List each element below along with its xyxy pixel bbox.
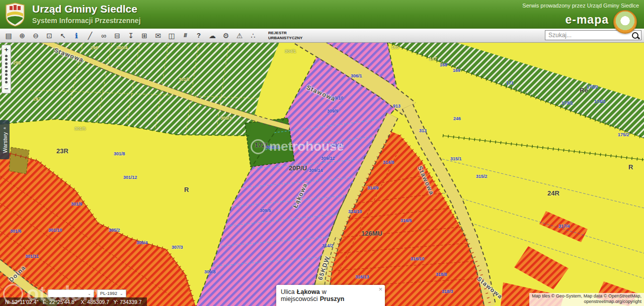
search-icon xyxy=(632,32,638,39)
download-icon: ↧ xyxy=(128,32,134,40)
zoom-level-dot[interactable] xyxy=(5,81,8,83)
chevron-left-icon: « xyxy=(4,126,6,131)
zoom-level-dot[interactable] xyxy=(5,73,8,76)
tool-layers[interactable]: ▤ xyxy=(2,30,15,41)
tooltip-icon: ✉ xyxy=(155,32,161,40)
map-canvas[interactable] xyxy=(0,42,644,306)
tool-forum[interactable]: ◫ xyxy=(165,30,178,41)
zoom-out-icon: ⊖ xyxy=(33,32,39,40)
chevron-down-icon: ⌄ xyxy=(120,291,123,296)
search-input[interactable] xyxy=(545,32,629,39)
tool-pointer[interactable]: ↖ xyxy=(56,30,69,41)
tool-slope[interactable]: /// xyxy=(179,30,192,41)
map-attribution: Map tiles © Geo-System, Map data © OpenS… xyxy=(529,293,644,306)
alerts-icon: ⚠ xyxy=(236,32,243,40)
popup-text: UlicaŁąkowaw miejscowościPruszyn xyxy=(281,288,380,302)
tool-zoom-in[interactable]: ⊕ xyxy=(16,30,29,41)
zoom-in-icon: ⊕ xyxy=(19,32,25,40)
tool-zoom-out[interactable]: ⊖ xyxy=(29,30,42,41)
tool-cloud[interactable]: ☁ xyxy=(206,30,219,41)
tool-info[interactable]: ℹ xyxy=(70,30,83,41)
measure-icon: ╱ xyxy=(88,32,92,40)
zoom-control: + − xyxy=(2,45,11,93)
tool-route[interactable]: ∴ xyxy=(247,30,260,41)
zoom-level-dot[interactable] xyxy=(5,77,8,80)
service-note: Serwis prowadzony przez Urząd Gminy Sied… xyxy=(522,3,639,9)
layers-panel-tab[interactable]: « Warstwy xyxy=(0,120,10,159)
crs-select[interactable]: PL-1992 ⌄ xyxy=(97,289,126,297)
tool-alerts[interactable]: ⚠ xyxy=(233,30,246,41)
layers-icon: ▤ xyxy=(5,32,12,40)
urban-register-button[interactable]: REJESTR URBANISTYCZNY xyxy=(268,31,302,40)
zoom-level-dot[interactable] xyxy=(5,70,8,72)
map-viewport[interactable]: 23R17ZL20P/UR126MU24RReR296300/4304/1295… xyxy=(0,42,644,306)
zoom-level-dot[interactable] xyxy=(5,66,8,68)
attribution-link[interactable]: openstreetmap.org/copyright xyxy=(532,299,641,305)
page-title: Urząd Gminy Siedlce xyxy=(32,3,137,15)
parcel-olive xyxy=(9,147,29,174)
emapa-logo[interactable]: e-mapa xyxy=(565,13,609,27)
toolbar: ▤⊕⊖⊡↖ℹ╱∞⊟↧⊞✉◫///?☁⚙⚠∴ REJESTR URBANISTYC… xyxy=(0,29,644,43)
settings-icon: ⚙ xyxy=(223,32,229,40)
feature-info-popup: × UlicaŁąkowaw miejscowościPruszyn Zbliż… xyxy=(276,285,385,306)
tool-settings[interactable]: ⚙ xyxy=(219,30,232,41)
route-icon: ∴ xyxy=(251,32,256,40)
coordinate-bar: N: 52°11'02.4" E: 22°25'44.8" X: 485309.… xyxy=(0,297,147,306)
pointer-icon: ↖ xyxy=(60,32,66,40)
help-icon: ? xyxy=(197,32,201,39)
cloud-icon: ☁ xyxy=(209,32,216,40)
popup-close-button[interactable]: × xyxy=(378,285,382,293)
chevron-down-icon: ⌄ xyxy=(88,291,91,296)
tool-link[interactable]: ∞ xyxy=(97,30,110,41)
header-bar: Urząd Gminy Siedlce System Informacji Pr… xyxy=(0,0,644,29)
tool-zoom-window[interactable]: ⊡ xyxy=(43,30,56,41)
info-icon: ℹ xyxy=(75,32,77,40)
tool-screenshot[interactable]: ⊞ xyxy=(138,30,151,41)
zoom-level-dot[interactable] xyxy=(5,62,8,65)
tool-tooltip[interactable]: ✉ xyxy=(151,30,165,41)
scale-select[interactable]: ⌄ xyxy=(48,289,94,297)
tool-measure[interactable]: ╱ xyxy=(84,30,97,41)
forum-icon: ◫ xyxy=(168,32,175,40)
zoom-window-icon: ⊡ xyxy=(46,32,52,40)
coat-of-arms xyxy=(5,3,25,27)
zoom-level-dot[interactable] xyxy=(5,55,8,57)
zoom-level-dot[interactable] xyxy=(5,58,8,61)
screenshot-icon: ⊞ xyxy=(141,32,147,40)
tool-help[interactable]: ? xyxy=(192,30,205,41)
zoom-level-track xyxy=(5,53,8,85)
zoom-out-button[interactable]: − xyxy=(3,85,10,92)
zoom-in-button[interactable]: + xyxy=(3,46,10,53)
tool-print[interactable]: ⊟ xyxy=(111,30,124,41)
tool-download[interactable]: ↧ xyxy=(124,30,137,41)
layers-tab-label: Warstwy xyxy=(2,132,8,153)
page-subtitle: System Informacji Przestrzennej xyxy=(32,17,141,25)
geosystem-badge-icon[interactable] xyxy=(613,10,637,34)
coordinates-readout: N: 52°11'02.4" E: 22°25'44.8" X: 485309.… xyxy=(5,299,142,305)
crs-value: PL-1992 xyxy=(100,291,117,296)
tool-group: ▤⊕⊖⊡↖ℹ╱∞⊟↧⊞✉◫///?☁⚙⚠∴ xyxy=(2,30,260,41)
link-icon: ∞ xyxy=(101,32,106,40)
print-icon: ⊟ xyxy=(114,32,120,40)
slope-icon: /// xyxy=(184,33,186,38)
